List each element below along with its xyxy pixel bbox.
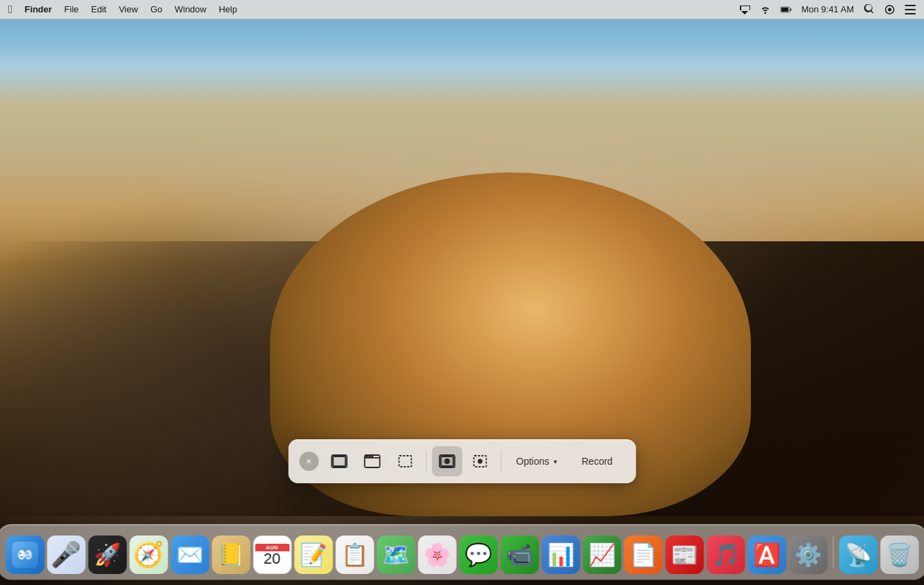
siri-menubar-icon[interactable] <box>884 4 895 15</box>
dock-item-appstore[interactable]: 🅰️ <box>747 536 786 574</box>
dock-item-news[interactable]: 📰 <box>665 536 703 574</box>
dock-item-airdrop[interactable]: 📡 <box>839 536 877 574</box>
apple-menu[interactable]:  <box>8 3 12 16</box>
dock-item-keynote[interactable]: 📊 <box>541 536 580 574</box>
wifi-icon[interactable] <box>760 4 771 15</box>
svg-point-23 <box>25 550 32 560</box>
dock-item-mail[interactable]: ✉️ <box>170 536 209 574</box>
svg-point-20 <box>477 459 482 464</box>
menubar-time: Mon 9:41 AM <box>801 4 854 14</box>
menubar-left:  Finder File Edit View Go Window Help <box>8 3 237 16</box>
dock-item-facetime[interactable]: 📹 <box>500 536 539 574</box>
dock-item-finder[interactable] <box>5 536 44 574</box>
toolbar-divider-1 <box>425 450 426 472</box>
svg-point-14 <box>371 456 372 457</box>
dock-item-notes[interactable]: 📝 <box>294 536 333 574</box>
finder-menu[interactable]: Finder <box>25 4 52 14</box>
battery-icon[interactable] <box>780 4 791 15</box>
svg-rect-6 <box>905 9 916 10</box>
sky-overlay <box>0 0 924 263</box>
svg-point-24 <box>19 553 21 555</box>
svg-point-25 <box>26 553 28 555</box>
svg-rect-15 <box>398 456 411 467</box>
view-menu[interactable]: View <box>119 4 138 14</box>
options-chevron-icon: ▾ <box>554 458 557 465</box>
edit-menu[interactable]: Edit <box>91 4 106 14</box>
svg-rect-7 <box>905 13 916 14</box>
svg-point-13 <box>368 456 370 457</box>
svg-rect-9 <box>333 456 345 466</box>
dock-item-pages[interactable]: 📄 <box>624 536 662 574</box>
dock-item-photos[interactable]: 🌸 <box>418 536 456 574</box>
dock-item-contacts[interactable]: 📒 <box>212 536 250 574</box>
capture-selected-window-button[interactable] <box>357 446 387 476</box>
screenshot-toolbar: × <box>288 439 635 483</box>
svg-rect-2 <box>791 8 792 11</box>
dock-item-system-preferences[interactable]: ⚙️ <box>789 536 827 574</box>
svg-rect-5 <box>905 5 916 6</box>
dock-item-music[interactable]: 🎵 <box>706 536 745 574</box>
svg-rect-1 <box>782 7 789 11</box>
dock: 🎤 🚀 🧭 ✉️ 📒 AUG 20 📝 📋 <box>0 525 924 580</box>
desktop:  Finder File Edit View Go Window Help <box>0 0 924 585</box>
dock-item-messages[interactable]: 💬 <box>459 536 497 574</box>
menubar-right: Mon 9:41 AM <box>739 4 916 15</box>
dock-item-reminders[interactable]: 📋 <box>335 536 374 574</box>
record-entire-screen-button[interactable] <box>431 446 462 476</box>
control-center-icon[interactable] <box>905 4 916 15</box>
capture-selected-portion-button[interactable] <box>390 446 420 476</box>
svg-point-12 <box>365 456 367 457</box>
menubar:  Finder File Edit View Go Window Help <box>0 0 924 19</box>
dock-item-numbers[interactable]: 📈 <box>583 536 621 574</box>
dock-item-maps[interactable]: 🗺️ <box>376 536 415 574</box>
dock-separator <box>833 536 833 568</box>
search-icon[interactable] <box>864 4 875 15</box>
svg-point-18 <box>444 459 449 464</box>
svg-point-4 <box>888 8 892 11</box>
capture-entire-screen-button[interactable] <box>324 446 354 476</box>
toolbar-close-button[interactable]: × <box>299 452 318 471</box>
dock-item-calendar[interactable]: AUG 20 <box>253 536 291 574</box>
record-button[interactable]: Record <box>570 450 625 472</box>
go-menu[interactable]: Go <box>150 4 162 14</box>
toolbar-divider-2 <box>500 450 501 472</box>
airplay-icon[interactable] <box>739 4 750 15</box>
dock-item-launchpad[interactable]: 🚀 <box>88 536 126 574</box>
dock-item-safari[interactable]: 🧭 <box>129 536 168 574</box>
dock-item-trash[interactable]: 🗑️ <box>880 536 919 574</box>
window-menu[interactable]: Window <box>174 4 206 14</box>
svg-point-22 <box>18 550 25 560</box>
options-button[interactable]: Options ▾ <box>506 450 566 472</box>
help-menu[interactable]: Help <box>218 4 237 14</box>
record-selected-portion-button[interactable] <box>464 446 495 476</box>
dock-item-siri[interactable]: 🎤 <box>47 536 85 574</box>
file-menu[interactable]: File <box>65 4 79 14</box>
